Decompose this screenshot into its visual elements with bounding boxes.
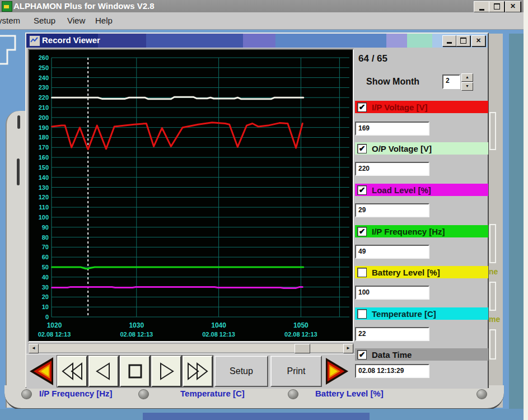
scroll-left-arrow[interactable]: ◄ <box>29 344 39 353</box>
rv-close-button[interactable]: ✕ <box>471 35 485 46</box>
step-back-button[interactable] <box>88 356 119 387</box>
y-tick-label: 220 <box>39 94 49 101</box>
jump-start-button[interactable] <box>27 356 55 387</box>
x-tick-label: 1020 <box>47 321 62 329</box>
channel-toggle-data-time[interactable]: ✔Data Time <box>355 348 488 361</box>
checkbox-data-time[interactable]: ✔ <box>357 350 367 360</box>
menu-help[interactable]: Help <box>95 16 113 25</box>
y-tick-label: 170 <box>39 144 49 151</box>
main-window-title: ALPHAMON Plus for Windows V2.8 <box>13 1 155 11</box>
chart-horizontal-scrollbar[interactable]: ◄ ► <box>28 343 354 353</box>
channel-label-temperature-c: Temperature [C] <box>372 309 436 319</box>
record-viewer-titlebar[interactable]: Record Viewer ✕ <box>26 34 488 48</box>
rv-minimize-button[interactable] <box>442 35 456 46</box>
y-tick-label: 140 <box>39 174 49 181</box>
y-tick-label: 110 <box>39 204 49 211</box>
panel-label-ip-frequency: I/P Frequency [Hz] <box>39 389 113 398</box>
y-tick-label: 160 <box>39 154 49 161</box>
y-tick-label: 20 <box>42 293 49 300</box>
background-widget-fragment <box>489 224 496 263</box>
device-panel-left-edge <box>6 111 26 408</box>
y-tick-label: 130 <box>39 184 49 191</box>
background-widget-fragment <box>489 112 496 150</box>
maximize-button[interactable] <box>489 1 504 12</box>
device-panel-right-shadow <box>502 34 509 408</box>
y-tick-label: 200 <box>39 114 49 121</box>
background-text-fragment: me <box>489 315 500 324</box>
desktop-bottom-bar <box>143 413 370 420</box>
setup-button[interactable]: Setup <box>214 356 268 387</box>
scroll-thumb[interactable] <box>295 344 310 353</box>
show-month-input[interactable]: 2 <box>442 74 460 89</box>
channel-value-o-p-voltage-v[interactable]: 220 <box>355 162 429 176</box>
channel-value-battery-level[interactable]: 100 <box>355 286 429 300</box>
menu-setup[interactable]: Setup <box>34 16 55 25</box>
background-widget-fragment <box>489 329 496 360</box>
step-forward-button[interactable] <box>151 356 181 387</box>
print-button[interactable]: Print <box>270 356 322 387</box>
channel-toggle-temperature-c[interactable]: Temperature [C] <box>355 307 488 320</box>
checkbox-battery-level[interactable] <box>357 268 367 277</box>
panel-label-temperature: Temperature [C] <box>180 389 245 398</box>
fast-forward-button[interactable] <box>183 356 213 387</box>
channel-toggle-battery-level[interactable]: Battery Level [%] <box>355 266 488 278</box>
jump-end-button[interactable] <box>324 356 351 387</box>
channel-toggle-i-p-voltage-v[interactable]: ✔I/P Voltage [V] <box>355 101 488 113</box>
rv-maximize-button[interactable] <box>456 35 470 46</box>
y-tick-label: 260 <box>39 54 49 61</box>
channel-value-load-level[interactable]: 29 <box>355 203 429 217</box>
y-tick-label: 0 <box>45 314 49 320</box>
channel-toggle-i-p-frequency-hz[interactable]: ✔I/P Frequency [Hz] <box>355 225 488 237</box>
close-button[interactable]: ✕ <box>505 1 521 12</box>
scroll-right-arrow[interactable]: ► <box>343 344 353 353</box>
desktop-right <box>509 34 524 420</box>
channel-value-data-time[interactable]: 02.08 12:13:29 <box>355 364 429 378</box>
background-schematic <box>0 31 25 71</box>
checkbox-load-level[interactable]: ✔ <box>357 185 367 195</box>
checkbox-temperature-c[interactable] <box>357 309 367 319</box>
fast-rewind-button[interactable] <box>57 356 87 387</box>
main-window-titlebar[interactable]: ALPHAMON Plus for Windows V2.8 ✕ <box>0 0 528 12</box>
led-indicator <box>288 389 298 399</box>
stop-button[interactable] <box>120 356 150 387</box>
series-i-p-voltage-v <box>52 123 303 150</box>
play-icon <box>155 360 177 382</box>
record-counter: 64 / 65 <box>358 53 387 64</box>
y-tick-label: 70 <box>42 244 49 250</box>
channel-value-temperature-c[interactable]: 22 <box>355 327 429 341</box>
channel-toggle-load-level[interactable]: ✔Load Level [%] <box>355 184 488 196</box>
menu-system[interactable]: System <box>0 16 20 25</box>
y-tick-label: 80 <box>42 234 49 241</box>
series-load-level <box>52 287 303 288</box>
previous-icon <box>92 360 115 382</box>
channel-value-i-p-frequency-hz[interactable]: 49 <box>355 245 429 259</box>
menu-view[interactable]: View <box>67 16 85 25</box>
record-chart[interactable]: 0102030405060708090100110120130140150160… <box>28 49 354 342</box>
show-month-spinner: ▲ ▼ <box>461 73 473 91</box>
channel-toggle-o-p-voltage-v[interactable]: ✔O/P Voltage [V] <box>355 142 488 155</box>
panel-mark <box>17 158 20 185</box>
channel-label-data-time: Data Time <box>372 350 412 360</box>
channel-label-battery-level: Battery Level [%] <box>372 268 440 277</box>
y-tick-label: 60 <box>42 254 49 260</box>
channel-label-i-p-voltage-v: I/P Voltage [V] <box>372 102 427 112</box>
channel-value-i-p-voltage-v[interactable]: 169 <box>355 122 429 136</box>
led-indicator <box>138 389 149 399</box>
x-tick-sublabel: 02.08 12:13 <box>202 331 235 338</box>
checkbox-i-p-voltage-v[interactable]: ✔ <box>357 102 367 112</box>
channel-label-load-level: Load Level [%] <box>372 185 431 195</box>
checkbox-o-p-voltage-v[interactable]: ✔ <box>357 144 367 153</box>
spin-up-button[interactable]: ▲ <box>461 73 473 82</box>
channel-label-i-p-frequency-hz: I/P Frequency [Hz] <box>372 227 445 236</box>
series-i-p-frequency-hz <box>52 267 303 269</box>
y-tick-label: 180 <box>39 134 49 141</box>
panel-label-battery-level: Battery Level [%] <box>315 389 384 398</box>
minimize-button[interactable] <box>474 1 489 12</box>
app-icon <box>2 1 12 12</box>
stop-icon <box>124 360 146 382</box>
record-chart-svg: 0102030405060708090100110120130140150160… <box>29 50 353 341</box>
checkbox-i-p-frequency-hz[interactable]: ✔ <box>357 227 367 236</box>
record-viewer-window: Record Viewer ✕ 010203040506070809010011… <box>25 32 489 388</box>
spin-down-button[interactable]: ▼ <box>461 82 473 91</box>
y-tick-label: 120 <box>39 194 49 200</box>
